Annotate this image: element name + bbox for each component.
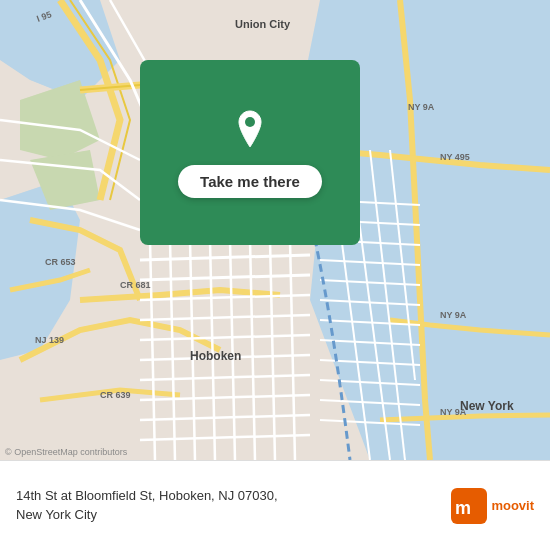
svg-text:Hoboken: Hoboken	[190, 349, 241, 363]
moovit-logo: m moovit	[451, 488, 534, 524]
take-me-there-button[interactable]: Take me there	[178, 165, 322, 198]
svg-text:Union City: Union City	[235, 18, 291, 30]
moovit-text: moovit	[491, 498, 534, 513]
svg-text:NY 9A: NY 9A	[440, 310, 467, 320]
svg-text:m: m	[455, 498, 471, 518]
address-line1: 14th St at Bloomfield St, Hoboken, NJ 07…	[16, 488, 278, 503]
svg-text:New York: New York	[460, 399, 514, 413]
svg-text:© OpenStreetMap contributors: © OpenStreetMap contributors	[5, 447, 128, 457]
address-block: 14th St at Bloomfield St, Hoboken, NJ 07…	[16, 487, 439, 523]
svg-text:NY 9A: NY 9A	[408, 102, 435, 112]
svg-text:CR 639: CR 639	[100, 390, 131, 400]
map-container: I 95 NJ 495 CR 5 CR 653 CR 681 NJ 139 CR…	[0, 0, 550, 460]
location-pin-icon	[228, 107, 272, 151]
svg-text:CR 653: CR 653	[45, 257, 76, 267]
svg-text:NY 495: NY 495	[440, 152, 470, 162]
svg-point-55	[245, 117, 255, 127]
address-city: New York City	[16, 507, 97, 522]
svg-text:CR 681: CR 681	[120, 280, 151, 290]
address-text: 14th St at Bloomfield St, Hoboken, NJ 07…	[16, 487, 439, 523]
location-overlay: Take me there	[140, 60, 360, 245]
bottom-bar: 14th St at Bloomfield St, Hoboken, NJ 07…	[0, 460, 550, 550]
svg-text:NJ 139: NJ 139	[35, 335, 64, 345]
moovit-icon: m	[451, 488, 487, 524]
